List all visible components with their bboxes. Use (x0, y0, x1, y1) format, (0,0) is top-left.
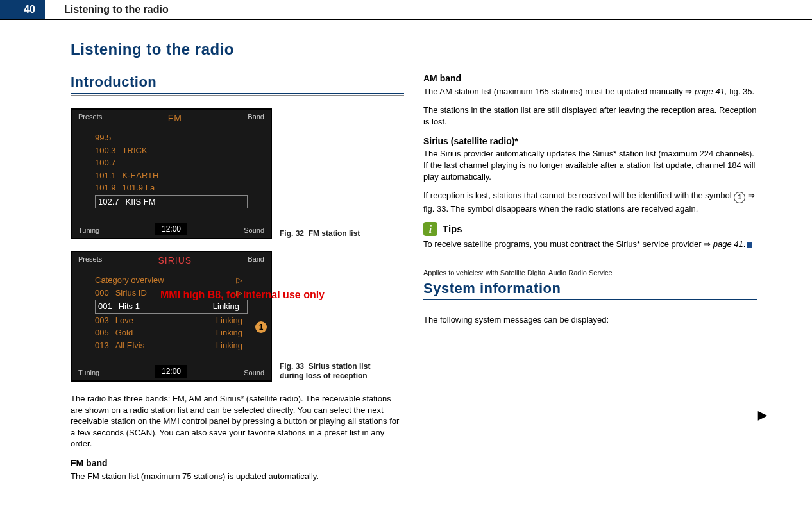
fig33-clock: 12:00 (155, 365, 187, 378)
station-name: Category overview (95, 275, 164, 286)
station-name: Sirius ID (115, 287, 147, 299)
figure-32: Presets FM Band 99.5 100.3TRICK 100.7 10… (71, 108, 404, 239)
station-status: Linking (216, 315, 248, 326)
fig32-clock: 12:00 (155, 223, 187, 235)
fig32-band-label: Band (248, 112, 264, 124)
header-tab (0, 0, 14, 19)
text: fig. 35. (727, 87, 754, 96)
arrow-icon: ⇒ (748, 190, 755, 200)
chapter-title: Listening to the radio (71, 39, 404, 60)
sirius-paragraph-1: The Sirius provider automatically update… (423, 148, 757, 182)
tips-label: Tips (443, 223, 462, 235)
station-num: 001 (98, 301, 112, 312)
fig33-station-list: Category overview▷ 000Sirius ID▷ 001Hits… (72, 269, 271, 356)
station-name-selected: KIIS FM (126, 196, 156, 208)
station-num: 013 (95, 340, 109, 351)
right-column: AM band The AM station list (maximum 165… (423, 39, 757, 489)
station-freq: 101.9 (95, 182, 116, 194)
fig33-sound-label: Sound (244, 368, 264, 378)
am-band-paragraph-2: The stations in the station list are sti… (423, 105, 757, 127)
fig33-tuning-label: Tuning (78, 368, 99, 378)
fig-caption-text: FM station list (309, 229, 360, 238)
intro-paragraph: The radio has three bands: FM, AM and Si… (71, 393, 404, 450)
sysinfo-paragraph: The following system messages can be dis… (423, 314, 757, 326)
station-freq: 100.7 (95, 157, 116, 169)
page-ref: page 41 (713, 239, 743, 249)
figure-33-caption: Fig. 33 Sirius station list during loss … (280, 362, 376, 382)
left-column: Listening to the radio Introduction Pres… (71, 39, 404, 489)
fig-label: Fig. 32 (280, 229, 304, 238)
callout-ref-1: 1 (734, 192, 745, 203)
section-rule (71, 95, 404, 96)
station-num: 005 (95, 327, 109, 339)
station-status: Linking (216, 327, 248, 339)
station-name: Hits 1 (119, 301, 140, 312)
text: fig. 33. The symbol disappears when the … (423, 204, 698, 214)
fig32-band-title: FM (102, 112, 248, 124)
text: If reception is lost, stations that cann… (423, 190, 734, 200)
fig33-band-title: SIRIUS (102, 255, 248, 267)
figure-32-caption: Fig. 32 FM station list (280, 229, 376, 239)
figure-33-image: Presets SIRIUS Band Category overview▷ 0… (71, 251, 272, 382)
sirius-heading: Sirius (satellite radio)* (423, 135, 757, 148)
text: To receive satellite programs, you must … (423, 239, 704, 249)
continued-arrow-icon: ▶ (758, 408, 767, 422)
arrow-icon: ⇒ (704, 239, 711, 249)
tips-block: i Tips (423, 222, 757, 236)
tips-paragraph: To receive satellite programs, you must … (423, 239, 757, 250)
station-num: 003 (95, 315, 109, 326)
section-system-information: System information (423, 279, 757, 300)
section-rule (423, 301, 757, 301)
page-content: MMI high B8, for internal use only Liste… (0, 20, 812, 502)
fm-band-heading: FM band (71, 457, 404, 469)
info-icon: i (423, 222, 437, 236)
page-number: 40 (14, 0, 45, 19)
station-freq: 99.5 (95, 132, 111, 144)
fig32-tuning-label: Tuning (78, 226, 99, 235)
fig33-band-label: Band (248, 255, 264, 267)
station-freq: 100.3 (95, 145, 116, 156)
end-of-section-icon (747, 242, 752, 248)
station-status: Linking (216, 340, 248, 351)
applies-to-note: Applies to vehicles: with Satellite Digi… (423, 268, 757, 278)
station-name: TRICK (123, 145, 148, 156)
station-name: All Elvis (115, 340, 145, 351)
am-band-paragraph-1: The AM station list (maximum 165 station… (423, 86, 757, 97)
page-ref: page 41, (695, 87, 727, 96)
figure-32-image: Presets FM Band 99.5 100.3TRICK 100.7 10… (71, 108, 272, 239)
station-name: Gold (115, 327, 133, 339)
station-freq-selected: 102.7 (98, 196, 119, 208)
station-freq: 101.1 (95, 170, 116, 182)
fig32-station-list: 99.5 100.3TRICK 100.7 101.1K-EARTH 101.9… (72, 127, 271, 214)
station-name: K-EARTH (123, 170, 159, 182)
text: . (743, 239, 746, 249)
fig33-presets-label: Presets (78, 255, 102, 267)
station-name: 101.9 La (123, 182, 155, 194)
station-status: Linking (213, 301, 244, 312)
section-introduction: Introduction (71, 72, 404, 94)
figure-33: Presets SIRIUS Band Category overview▷ 0… (71, 251, 404, 382)
sirius-paragraph-2: If reception is lost, stations that cann… (423, 190, 757, 214)
am-band-heading: AM band (423, 72, 757, 85)
station-num: 000 (95, 287, 109, 299)
fig32-sound-label: Sound (244, 226, 264, 235)
station-name: Love (115, 315, 133, 326)
text: The AM station list (maximum 165 station… (423, 87, 685, 96)
watermark-text: MMI high B8, for internal use only (160, 289, 325, 301)
callout-marker-1: 1 (255, 321, 267, 333)
arrow-icon: ⇒ (685, 87, 692, 96)
page-header: 40 Listening to the radio (0, 0, 812, 20)
fig32-presets-label: Presets (78, 112, 102, 124)
fm-band-paragraph: The FM station list (maximum 75 stations… (71, 471, 404, 482)
header-running-title: Listening to the radio (45, 0, 812, 19)
fig-label: Fig. 33 (280, 362, 304, 371)
